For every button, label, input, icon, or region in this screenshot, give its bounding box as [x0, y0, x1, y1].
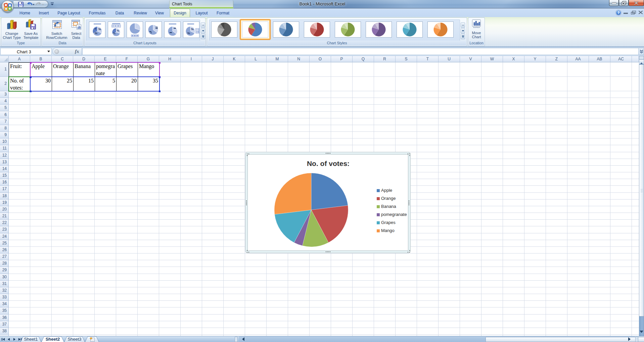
- chart-layout-1[interactable]: %%: [89, 21, 105, 38]
- save-icon[interactable]: [18, 2, 24, 7]
- chart-style-3[interactable]: [273, 21, 299, 38]
- row-header-25[interactable]: 25: [0, 240, 9, 247]
- column-header-F[interactable]: F: [116, 56, 138, 62]
- row-header-5[interactable]: 5: [0, 105, 9, 111]
- customize-qat-icon[interactable]: [50, 1, 55, 7]
- column-header-W[interactable]: W: [481, 56, 503, 62]
- tab-split-handle[interactable]: [235, 337, 238, 342]
- tab-formulas[interactable]: Formulas: [85, 9, 109, 17]
- tab-home[interactable]: Home: [16, 9, 34, 17]
- formula-input[interactable]: [82, 48, 638, 55]
- row-header-37[interactable]: 37: [0, 321, 9, 328]
- scroll-down-button[interactable]: [640, 331, 643, 333]
- row-header-21[interactable]: 21: [0, 213, 9, 220]
- tab-layout[interactable]: Layout: [192, 9, 211, 17]
- chart-layout-4[interactable]: [145, 21, 162, 38]
- row-header-15[interactable]: 15: [0, 172, 9, 179]
- column-header-AA[interactable]: AA: [567, 56, 589, 62]
- chart-object[interactable]: No. of votes: Apple Orange Banana pomegr…: [245, 152, 411, 253]
- row-header-6[interactable]: 6: [0, 112, 9, 118]
- gallery-more-button[interactable]: [201, 34, 205, 39]
- column-header-V[interactable]: V: [460, 56, 481, 62]
- column-header-partial[interactable]: [632, 56, 639, 62]
- chart-layout-5[interactable]: [164, 21, 181, 38]
- row-header-8[interactable]: 8: [0, 125, 9, 132]
- row-header-36[interactable]: 36: [0, 315, 9, 321]
- cell-A1[interactable]: Fruit:: [9, 63, 31, 77]
- column-header-D[interactable]: D: [73, 56, 95, 62]
- styles-more-button[interactable]: [461, 34, 465, 39]
- column-header-K[interactable]: K: [224, 56, 245, 62]
- column-header-Y[interactable]: Y: [524, 56, 546, 62]
- chart-style-1[interactable]: [211, 21, 237, 38]
- column-header-G[interactable]: G: [138, 56, 159, 62]
- next-sheet-button[interactable]: [12, 337, 17, 342]
- row-header-9[interactable]: 9: [0, 132, 9, 138]
- window-restore-button[interactable]: [619, 0, 629, 6]
- chart-style-7[interactable]: [397, 21, 423, 38]
- row-header-26[interactable]: 26: [0, 247, 9, 253]
- column-header-Q[interactable]: Q: [353, 56, 374, 62]
- row-header-7[interactable]: 7: [0, 118, 9, 125]
- row-header-20[interactable]: 20: [0, 206, 9, 213]
- row-header-2[interactable]: 2: [0, 77, 9, 91]
- save-as-template-button[interactable]: Save As Template: [21, 19, 41, 41]
- help-button[interactable]: ?: [616, 10, 621, 15]
- range-handle[interactable]: [159, 91, 160, 92]
- chart-style-4[interactable]: [304, 21, 330, 38]
- column-header-T[interactable]: T: [417, 56, 439, 62]
- row-header-17[interactable]: 17: [0, 186, 9, 192]
- column-header-B[interactable]: B: [30, 56, 52, 62]
- row-header-30[interactable]: 30: [0, 274, 9, 281]
- row-header-4[interactable]: 4: [0, 98, 9, 105]
- row-header-34[interactable]: 34: [0, 301, 9, 307]
- tab-insert[interactable]: Insert: [35, 9, 53, 17]
- column-header-O[interactable]: O: [310, 56, 331, 62]
- column-header-L[interactable]: L: [245, 56, 267, 62]
- row-header-28[interactable]: 28: [0, 260, 9, 267]
- row-header-35[interactable]: 35: [0, 307, 9, 314]
- sheet-tab-sheet2[interactable]: Sheet2: [41, 336, 64, 342]
- chart-layout-2[interactable]: %%: [108, 21, 124, 38]
- gallery-scroll-down-button[interactable]: [201, 28, 205, 34]
- scroll-right-button[interactable]: [628, 337, 631, 341]
- row-header-14[interactable]: 14: [0, 166, 9, 172]
- row-header-31[interactable]: 31: [0, 281, 9, 287]
- row-header-16[interactable]: 16: [0, 179, 9, 186]
- row-header-22[interactable]: 22: [0, 220, 9, 226]
- column-header-AB[interactable]: AB: [589, 56, 610, 62]
- column-header-I[interactable]: I: [181, 56, 202, 62]
- row-header-29[interactable]: 29: [0, 267, 9, 274]
- range-handle[interactable]: [30, 91, 32, 92]
- horizontal-split-handle[interactable]: [635, 337, 638, 342]
- row-header-33[interactable]: 33: [0, 294, 9, 301]
- move-chart-button[interactable]: Move Chart: [467, 19, 486, 41]
- range-handle[interactable]: [30, 76, 32, 78]
- workbook-restore-icon[interactable]: [631, 11, 636, 14]
- column-header-C[interactable]: C: [52, 56, 73, 62]
- styles-scroll-down-button[interactable]: [461, 28, 465, 34]
- row-header-32[interactable]: 32: [0, 287, 9, 294]
- row-header-24[interactable]: 24: [0, 233, 9, 240]
- window-close-button[interactable]: [629, 0, 644, 6]
- tab-data[interactable]: Data: [110, 9, 129, 17]
- window-minimize-button[interactable]: [609, 0, 619, 6]
- chart-layout-3[interactable]: [127, 21, 143, 38]
- name-box[interactable]: Chart 3: [0, 48, 52, 55]
- column-header-E[interactable]: E: [95, 56, 116, 62]
- column-header-H[interactable]: H: [159, 56, 181, 62]
- column-header-S[interactable]: S: [396, 56, 417, 62]
- chart-style-2[interactable]: [242, 21, 268, 38]
- gallery-scroll-up-button[interactable]: [201, 22, 205, 28]
- tab-design[interactable]: Design: [170, 9, 190, 17]
- row-header-38[interactable]: 38: [0, 328, 9, 335]
- redo-icon[interactable]: [36, 2, 44, 7]
- row-header-13[interactable]: 13: [0, 159, 9, 166]
- tab-format[interactable]: Format: [213, 9, 233, 17]
- first-sheet-button[interactable]: [1, 337, 6, 342]
- sheet-tab-sheet1[interactable]: Sheet1: [20, 336, 42, 342]
- column-header-Z[interactable]: Z: [546, 56, 567, 62]
- row-header-3[interactable]: 3: [0, 91, 9, 98]
- select-all-button[interactable]: [0, 56, 9, 62]
- vertical-scrollbar-thumb[interactable]: [639, 64, 644, 317]
